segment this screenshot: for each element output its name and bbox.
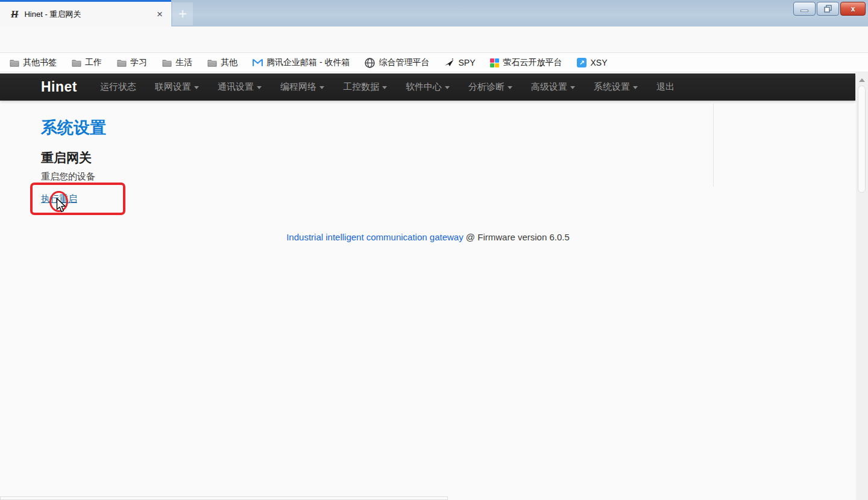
site-favicon: H [11,9,18,20]
bookmark-xsy[interactable]: ↗ XSY [577,58,607,67]
tab-close-icon[interactable]: × [157,8,163,20]
bookmarks-bar: 其他书签 工作 学习 生活 其他 腾讯企业邮箱 - 收件箱 综合管理平台 [0,54,868,72]
bookmark-spy[interactable]: SPY [444,58,475,67]
close-icon: x [851,5,855,13]
chevron-down-icon [570,86,575,89]
bookmark-folder-life[interactable]: 生活 [162,57,192,68]
bookmark-folder-other-bookmarks[interactable]: 其他书签 [10,57,57,68]
horizontal-scrollbar-thumb[interactable] [0,496,448,500]
chevron-down-icon [508,86,512,89]
app-nav-items: 运行状态 联网设置 通讯设置 编程网络 工控数据 软件中心 分析诊断 高级设置 … [100,81,675,93]
folder-icon [72,59,81,67]
scroll-up-arrow-icon[interactable] [859,78,865,82]
chevron-down-icon [319,86,324,89]
chevron-down-icon [257,86,262,89]
vertical-scrollbar[interactable] [856,72,868,500]
page-title: 重启网关 [41,149,92,166]
page-subtitle: 重启您的设备 [41,171,95,183]
xsy-icon: ↗ [577,58,587,67]
section-title: 系统设置 [41,117,106,139]
folder-icon [117,59,127,67]
gateway-product-link[interactable]: Industrial intelligent communication gat… [286,232,464,242]
nav-item-software-center[interactable]: 软件中心 [406,81,450,93]
content-divider [713,104,714,187]
restore-button[interactable] [817,2,839,16]
app-navbar: Hinet 运行状态 联网设置 通讯设置 编程网络 工控数据 软件中心 分析诊断… [0,73,855,101]
bookmark-folder-work[interactable]: 工作 [72,57,102,68]
dart-icon [444,58,454,67]
tab-title: Hinet - 重启网关 [24,9,157,20]
firmware-version-text: @ Firmware version 6.0.5 [466,232,570,242]
browser-toolbar: 192.168.9.99 /cgi-bin/luci/;stok=489fe39… [0,27,868,53]
vertical-scrollbar-thumb[interactable] [858,86,866,193]
chevron-down-icon [633,86,638,89]
nav-item-system-settings[interactable]: 系统设置 [594,81,638,93]
nav-item-programming-network[interactable]: 编程网络 [280,81,324,93]
chevron-down-icon [382,86,387,89]
minimize-button[interactable] [793,2,816,16]
tencent-mail-icon [253,58,263,67]
nav-item-analysis-diagnosis[interactable]: 分析诊断 [468,81,512,93]
nav-item-network-settings[interactable]: 联网设置 [155,81,199,93]
bookmark-ezviz-platform[interactable]: 萤石云开放平台 [490,57,562,68]
globe-icon [365,58,375,68]
bookmark-tencent-mail[interactable]: 腾讯企业邮箱 - 收件箱 [253,57,350,68]
nav-item-advanced-settings[interactable]: 高级设置 [531,81,575,93]
restore-icon [824,5,832,13]
new-tab-button[interactable]: + [172,2,193,25]
page-viewport: Hinet 运行状态 联网设置 通讯设置 编程网络 工控数据 软件中心 分析诊断… [0,72,868,500]
folder-icon [10,59,19,67]
minimize-icon [800,10,808,12]
folder-icon [207,59,217,67]
mouse-cursor-icon [56,198,66,213]
chevron-down-icon [194,86,199,89]
ezviz-icon [490,58,499,67]
folder-icon [162,59,172,67]
browser-tab[interactable]: H Hinet - 重启网关 × [0,0,171,27]
footer: Industrial intelligent communication gat… [0,232,856,242]
nav-item-logout[interactable]: 退出 [656,81,675,93]
window-controls: x [793,2,866,16]
close-button[interactable]: x [840,2,866,16]
nav-item-run-status[interactable]: 运行状态 [100,81,136,93]
bookmark-folder-study[interactable]: 学习 [117,57,147,68]
bookmark-management-platform[interactable]: 综合管理平台 [365,57,429,68]
nav-item-comm-settings[interactable]: 通讯设置 [218,81,262,93]
bookmark-folder-misc[interactable]: 其他 [207,57,237,68]
nav-item-industrial-data[interactable]: 工控数据 [343,81,387,93]
brand-logo[interactable]: Hinet [41,79,77,95]
titlebar: H Hinet - 重启网关 × + x [0,0,868,27]
chevron-down-icon [445,86,450,89]
